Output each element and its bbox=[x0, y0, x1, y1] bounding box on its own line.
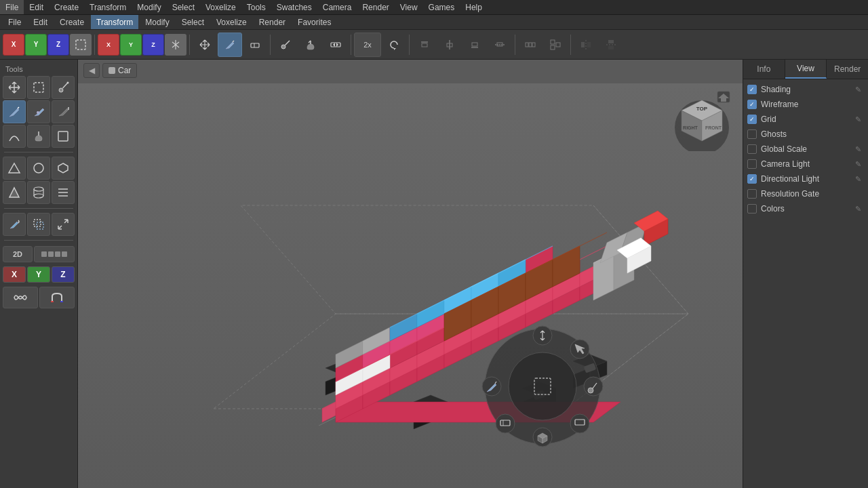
ctx-create[interactable]: Create bbox=[54, 15, 90, 29]
toolbar-dist1[interactable] bbox=[518, 33, 542, 57]
breadcrumb[interactable]: Car bbox=[102, 63, 137, 78]
tool-move[interactable] bbox=[3, 76, 26, 99]
menu-games[interactable]: Games bbox=[423, 0, 460, 14]
ctx-favorites[interactable]: Favorites bbox=[292, 15, 336, 29]
tool-shape3-icon bbox=[56, 161, 70, 175]
tool-box-select[interactable] bbox=[52, 125, 75, 148]
align3-icon bbox=[469, 39, 481, 51]
ctx-file[interactable]: File bbox=[3, 15, 26, 29]
menu-swatches[interactable]: Swatches bbox=[271, 0, 317, 14]
menu-view[interactable]: View bbox=[395, 0, 423, 14]
check-colors[interactable] bbox=[747, 204, 757, 214]
edit-colors[interactable]: ✎ bbox=[853, 204, 863, 214]
tool-infinity[interactable] bbox=[3, 287, 38, 308]
check-grid[interactable] bbox=[747, 115, 757, 124]
radial-wheel[interactable] bbox=[475, 319, 610, 454]
edit-global-scale[interactable]: ✎ bbox=[853, 144, 863, 154]
toolbar-flood-fill[interactable] bbox=[298, 33, 323, 57]
cube-gizmo[interactable]: TOP FRONT RIGHT bbox=[671, 90, 732, 151]
toolbar-align2[interactable] bbox=[437, 33, 462, 57]
tool-magnet[interactable] bbox=[39, 287, 75, 308]
toolbar-flip[interactable] bbox=[599, 33, 623, 57]
view-2d-btn[interactable]: 2D bbox=[3, 246, 33, 262]
toolbar-paint[interactable] bbox=[218, 33, 242, 57]
tool-eyedrop[interactable] bbox=[52, 76, 75, 99]
tool-flood[interactable] bbox=[27, 125, 50, 148]
menu-select[interactable]: Select bbox=[167, 0, 200, 14]
toolbar-select-box[interactable] bbox=[70, 34, 92, 56]
tool-select-box[interactable] bbox=[27, 76, 50, 99]
axis-y-btn[interactable]: Y bbox=[27, 266, 50, 283]
tool-expand[interactable] bbox=[52, 213, 75, 236]
menu-create[interactable]: Create bbox=[49, 0, 84, 14]
toolbar-erase[interactable] bbox=[243, 33, 267, 57]
ctx-render[interactable]: Render bbox=[254, 15, 291, 29]
tab-view[interactable]: View bbox=[785, 60, 827, 79]
tool-curve[interactable] bbox=[3, 125, 26, 148]
tool-shape1[interactable] bbox=[3, 157, 26, 180]
toolbar-move[interactable] bbox=[193, 33, 217, 57]
ctx-edit[interactable]: Edit bbox=[28, 15, 53, 29]
edit-shading[interactable]: ✎ bbox=[853, 85, 863, 94]
toolbar-align3[interactable] bbox=[462, 33, 487, 57]
tool-shape2[interactable] bbox=[27, 157, 50, 180]
toolbar-mirror[interactable] bbox=[165, 34, 186, 56]
edit-directional-light[interactable]: ✎ bbox=[853, 174, 863, 184]
menu-voxelize[interactable]: Voxelize bbox=[200, 0, 241, 14]
toolbar-select-color[interactable] bbox=[323, 33, 348, 57]
menu-edit[interactable]: Edit bbox=[24, 0, 49, 14]
tool-select2[interactable] bbox=[27, 213, 50, 236]
ctx-modify[interactable]: Modify bbox=[140, 15, 174, 29]
tool-shape3[interactable] bbox=[52, 157, 75, 180]
menu-transform[interactable]: Transform bbox=[84, 0, 132, 14]
paint-icon bbox=[224, 39, 236, 51]
menu-file[interactable]: File bbox=[0, 0, 24, 14]
menu-camera[interactable]: Camera bbox=[317, 0, 357, 14]
menu-modify[interactable]: Modify bbox=[132, 0, 166, 14]
ctx-select[interactable]: Select bbox=[176, 15, 210, 29]
toolbar-move-z[interactable]: Z bbox=[47, 34, 69, 56]
tool-shape4[interactable] bbox=[3, 181, 26, 204]
context-bar: File Edit Create Transform Modify Select… bbox=[0, 15, 868, 30]
toolbar-mirror2[interactable] bbox=[574, 33, 598, 57]
viewport[interactable]: ◀ Car bbox=[78, 60, 743, 488]
toolbar-align4[interactable] bbox=[488, 33, 512, 57]
check-ghosts[interactable] bbox=[747, 129, 757, 139]
tool-list[interactable] bbox=[52, 181, 75, 204]
tool-smear[interactable] bbox=[52, 100, 75, 123]
toolbar-move-x[interactable]: X bbox=[3, 34, 24, 56]
tool-cylinder[interactable] bbox=[27, 181, 50, 204]
toolbar-align1[interactable] bbox=[412, 33, 437, 57]
edit-grid[interactable]: ✎ bbox=[853, 115, 863, 124]
tool-paint-face[interactable] bbox=[27, 100, 50, 123]
toolbar-move-y[interactable]: Y bbox=[25, 34, 47, 56]
axis-z-btn[interactable]: Z bbox=[52, 266, 75, 283]
tab-info[interactable]: Info bbox=[743, 60, 785, 79]
check-camera-light[interactable] bbox=[747, 159, 757, 169]
menu-tools[interactable]: Tools bbox=[241, 0, 271, 14]
check-global-scale[interactable] bbox=[747, 144, 757, 154]
toolbar-tx-x[interactable]: X bbox=[98, 34, 119, 56]
edit-camera-light[interactable]: ✎ bbox=[853, 159, 863, 169]
toolbar-dist2[interactable] bbox=[543, 33, 568, 57]
menu-help[interactable]: Help bbox=[460, 0, 488, 14]
toolbar-rotate[interactable] bbox=[382, 33, 406, 57]
tool-paint2[interactable] bbox=[3, 213, 26, 236]
tool-paint[interactable] bbox=[3, 100, 26, 123]
toolbar-tx-z[interactable]: Z bbox=[142, 34, 164, 56]
dot2 bbox=[48, 251, 54, 257]
check-wireframe[interactable] bbox=[747, 100, 757, 109]
viewport-back-btn[interactable]: ◀ bbox=[83, 63, 100, 78]
align1-icon bbox=[418, 39, 431, 51]
check-resolution-gate[interactable] bbox=[747, 189, 757, 199]
menu-render[interactable]: Render bbox=[357, 0, 394, 14]
tab-render[interactable]: Render bbox=[827, 60, 868, 79]
ctx-voxelize[interactable]: Voxelize bbox=[211, 15, 252, 29]
toolbar-color-pick[interactable] bbox=[273, 33, 298, 57]
axis-x-btn[interactable]: X bbox=[3, 266, 26, 283]
ctx-transform[interactable]: Transform bbox=[91, 15, 138, 29]
toolbar-tx-y[interactable]: Y bbox=[120, 34, 142, 56]
view-3d-btn[interactable] bbox=[34, 246, 75, 262]
check-shading[interactable] bbox=[747, 85, 757, 94]
check-directional-light[interactable] bbox=[747, 174, 757, 184]
